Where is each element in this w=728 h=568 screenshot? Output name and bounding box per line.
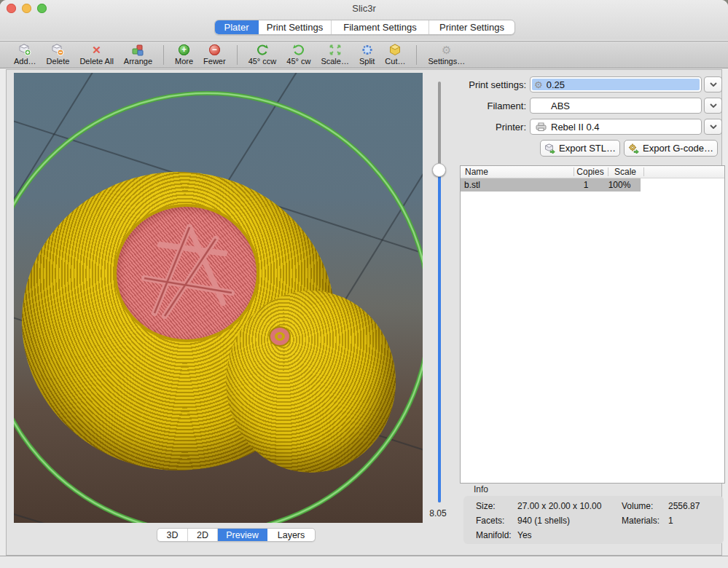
printer-icon [536, 122, 547, 131]
window-bottom-strip [0, 556, 728, 568]
layer-slider-handle[interactable] [432, 163, 446, 177]
view-tab-bar: 3D 2D Preview Layers [157, 528, 316, 542]
toolbar-label: Cut… [385, 57, 405, 66]
titlebar: Slic3r Plater Print Settings Filament Se… [0, 0, 728, 40]
layer-slider-fill [438, 170, 441, 502]
column-header-scale[interactable]: Scale [609, 167, 641, 177]
tab-plater[interactable]: Plater [215, 20, 259, 34]
toolbar-add-button[interactable]: Add… [14, 44, 36, 66]
volume-value: 2556.87 [668, 501, 700, 511]
facets-label: Facets: [476, 516, 504, 526]
filament-selection: ABS [532, 100, 700, 111]
printer-value: Rebel II 0.4 [551, 122, 600, 133]
view-tab-2d[interactable]: 2D [188, 529, 218, 541]
split-dots-icon [361, 44, 374, 56]
box-minus-icon [51, 44, 64, 56]
toolbar-arrange-button[interactable]: Arrange [124, 44, 152, 66]
toolbar-label: Split [359, 57, 375, 66]
print-settings-value: 0.25 [547, 79, 565, 90]
red-x-icon: ✕ [92, 44, 101, 56]
filament-value: ABS [551, 100, 570, 111]
gear-icon: ⚙ [442, 44, 451, 56]
main-tab-bar: Plater Print Settings Filament Settings … [214, 20, 515, 35]
slic3r-window: Slic3r Plater Print Settings Filament Se… [0, 0, 728, 568]
print-settings-dropdown-button[interactable] [704, 76, 722, 92]
object-list[interactable]: Name Copies Scale b.stl 1 100% [460, 165, 725, 484]
manifold-label: Manifold: [476, 530, 512, 540]
toolbar-cut-button[interactable]: Cut… [385, 44, 405, 66]
top-infill-small [270, 328, 289, 345]
toolbar-separator [163, 45, 164, 65]
table-row[interactable]: b.stl 1 100% [461, 178, 724, 192]
toolbar-fewer-button[interactable]: − Fewer [203, 44, 226, 66]
export-gcode-button[interactable]: Export G-code… [624, 140, 718, 157]
info-section-title: Info [474, 484, 488, 494]
volume-label: Volume: [622, 501, 653, 511]
size-label: Size: [476, 501, 496, 511]
toolbar-delete-all-button[interactable]: ✕ Delete All [79, 44, 113, 66]
print-settings-label: Print settings: [439, 79, 526, 90]
export-box-icon [544, 143, 555, 154]
toolbar-label: Delete All [79, 57, 113, 66]
column-separator [643, 167, 644, 176]
materials-value: 1 [668, 516, 673, 526]
tab-printer-settings[interactable]: Printer Settings [429, 20, 514, 34]
view-tab-preview[interactable]: Preview [218, 529, 267, 541]
view-tab-3d[interactable]: 3D [157, 529, 188, 541]
toolbar-label: Settings… [428, 57, 465, 66]
red-minus-circle-icon: − [209, 44, 220, 56]
layer-height-value: 8.05 [424, 508, 452, 518]
cell-scale: 100% [603, 180, 635, 190]
facets-value: 940 (1 shells) [517, 516, 570, 526]
object-list-header: Name Copies Scale [461, 166, 724, 178]
print-settings-combo[interactable]: ⚙ 0.25 [530, 76, 702, 92]
toolbar-split-button[interactable]: Split [359, 44, 375, 66]
toolbar-settings-button[interactable]: ⚙ Settings… [428, 44, 465, 66]
export-stl-button[interactable]: Export STL… [540, 140, 620, 157]
manifold-value: Yes [517, 530, 532, 540]
toolbar-separator [237, 45, 238, 65]
export-gcode-label: Export G-code… [643, 143, 713, 154]
toolbar-rotate-ccw-button[interactable]: 45° ccw [248, 44, 277, 66]
printer-label: Printer: [439, 122, 526, 133]
print-settings-selection: ⚙ 0.25 [532, 79, 700, 90]
printer-combo[interactable]: Rebel II 0.4 [530, 119, 702, 135]
materials-label: Materials: [622, 516, 659, 526]
filament-combo[interactable]: ABS [530, 98, 702, 114]
toolbar-label: Delete [47, 57, 70, 66]
toolbar-label: Add… [14, 57, 36, 66]
sliced-model-small-dome [226, 291, 396, 473]
rotate-ccw-icon [256, 44, 269, 56]
scale-arrows-icon [329, 44, 342, 56]
box-plus-icon [18, 44, 31, 56]
toolbar-delete-button[interactable]: Delete [47, 44, 70, 66]
toolbar-label: Arrange [124, 57, 152, 66]
layer-slider-track[interactable] [438, 82, 441, 502]
cubes-icon [131, 44, 144, 56]
chevron-down-icon [710, 103, 717, 108]
size-value: 27.00 x 20.00 x 10.00 [517, 501, 601, 511]
toolbar-more-button[interactable]: + More [175, 44, 193, 66]
column-header-name[interactable]: Name [465, 167, 488, 177]
top-infill-large [117, 207, 257, 339]
toolbar-label: Scale… [321, 57, 349, 66]
3d-viewport[interactable] [14, 73, 423, 523]
tab-filament-settings[interactable]: Filament Settings [332, 20, 429, 34]
toolbar-rotate-cw-button[interactable]: 45° cw [286, 44, 310, 66]
toolbar: Add… Delete ✕ Delete All Arrange + More … [0, 41, 728, 68]
toolbar-label: Fewer [203, 57, 226, 66]
toolbar-scale-button[interactable]: Scale… [321, 44, 349, 66]
toolbar-label: 45° ccw [248, 57, 277, 66]
tab-print-settings[interactable]: Print Settings [259, 20, 332, 34]
toolbar-label: More [175, 57, 193, 66]
cell-copies: 1 [577, 180, 595, 190]
column-separator [574, 167, 574, 176]
chevron-down-icon [710, 82, 717, 87]
filament-dropdown-button[interactable] [704, 98, 722, 114]
export-stl-label: Export STL… [559, 143, 616, 154]
column-separator [608, 167, 608, 176]
gear-icon: ⚙ [534, 80, 543, 90]
column-header-copies[interactable]: Copies [574, 167, 606, 177]
view-tab-layers[interactable]: Layers [267, 529, 315, 541]
printer-dropdown-button[interactable] [704, 119, 722, 135]
